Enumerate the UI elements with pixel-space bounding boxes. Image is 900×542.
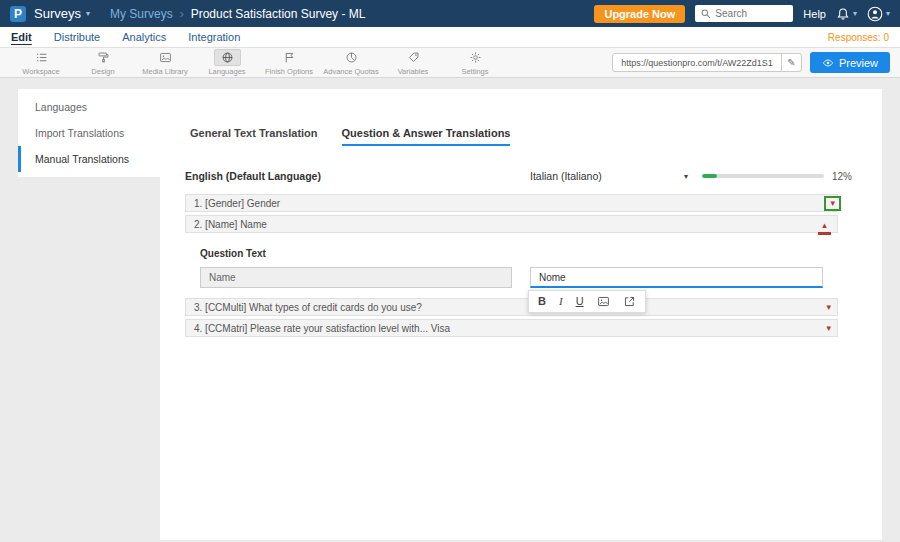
italic-button[interactable]: I bbox=[559, 296, 563, 307]
question-row-ccmulti[interactable]: 3. [CCMulti] What types of credit cards … bbox=[185, 298, 838, 316]
question-title: 3. [CCMulti] What types of credit cards … bbox=[194, 302, 422, 313]
chevron-down-icon: ▾ bbox=[684, 172, 688, 181]
chevron-down-icon: ▾ bbox=[826, 303, 831, 312]
notifications-menu[interactable]: ▾ bbox=[836, 7, 857, 21]
eye-icon bbox=[822, 57, 834, 69]
breadcrumb: My Surveys › Product Satisfaction Survey… bbox=[110, 7, 365, 21]
questionpro-logo[interactable]: P bbox=[10, 6, 26, 22]
settings-icon bbox=[462, 49, 489, 66]
toolbar-item-finish-options[interactable]: Finish Options bbox=[258, 49, 320, 76]
insert-link-button[interactable] bbox=[623, 295, 636, 308]
ribbon-items: Workspace Design Media Library Languages… bbox=[10, 49, 506, 76]
toolbar-item-settings[interactable]: Settings bbox=[444, 49, 506, 76]
media-library-icon bbox=[152, 49, 179, 66]
search-box bbox=[695, 5, 793, 22]
main-nav: Edit Distribute Analytics Integration Re… bbox=[0, 27, 900, 48]
finish-options-icon bbox=[276, 49, 303, 66]
languages-icon bbox=[214, 49, 241, 66]
chevron-up-icon: ▴ bbox=[822, 221, 827, 230]
question-text-label: Question Text bbox=[200, 248, 823, 259]
tab-integration[interactable]: Integration bbox=[188, 31, 240, 43]
survey-url-box: https://questionpro.com/t/AW22Zd1S1 ✎ bbox=[612, 53, 802, 72]
bell-icon bbox=[836, 7, 850, 21]
target-language-select[interactable]: Italian (Italiano) ▾ bbox=[530, 170, 688, 182]
design-icon bbox=[90, 49, 117, 66]
search-icon bbox=[700, 8, 711, 19]
topbar: P Surveys ▾ My Surveys › Product Satisfa… bbox=[0, 0, 900, 27]
question-translation-list: 1. [Gender] Gender ▾ 2. [Name] Name ▴ Qu… bbox=[185, 194, 838, 337]
survey-url[interactable]: https://questionpro.com/t/AW22Zd1S1 bbox=[613, 58, 781, 68]
translation-progress-fill bbox=[702, 174, 717, 178]
source-language-label: English (Default Language) bbox=[185, 170, 530, 182]
tab-edit[interactable]: Edit bbox=[11, 31, 32, 43]
preview-button[interactable]: Preview bbox=[810, 52, 890, 73]
translation-progress-bar bbox=[702, 174, 824, 178]
breadcrumb-survey-title: Product Satisfaction Survey - ML bbox=[191, 7, 366, 21]
target-language-value: Italian (Italiano) bbox=[530, 170, 602, 182]
chevron-down-icon: ▾ bbox=[830, 199, 835, 208]
advance-quotas-icon bbox=[338, 49, 365, 66]
chevron-right-icon: › bbox=[180, 7, 184, 21]
surveys-menu[interactable]: Surveys ▾ bbox=[34, 6, 90, 21]
bold-button[interactable]: B bbox=[538, 296, 546, 307]
translations-sidebar: Languages Import Translations Manual Tra… bbox=[18, 89, 160, 177]
chevron-down-icon: ▾ bbox=[886, 9, 890, 18]
question-row-name[interactable]: 2. [Name] Name ▴ bbox=[185, 215, 838, 233]
manual-translations-panel: General Text Translation Question & Answ… bbox=[160, 89, 882, 540]
sidebar-item-manual-translations[interactable]: Manual Translations bbox=[18, 146, 160, 172]
tab-analytics[interactable]: Analytics bbox=[122, 31, 166, 43]
target-text-input[interactable] bbox=[530, 267, 823, 288]
edit-ribbon: Workspace Design Media Library Languages… bbox=[0, 48, 900, 78]
active-indicator bbox=[818, 232, 831, 235]
tab-distribute[interactable]: Distribute bbox=[54, 31, 100, 43]
sidebar-item-import-translations[interactable]: Import Translations bbox=[18, 120, 160, 146]
workspace-icon bbox=[28, 49, 55, 66]
underline-button[interactable]: U bbox=[576, 296, 584, 307]
pencil-icon: ✎ bbox=[787, 57, 795, 68]
search-input[interactable] bbox=[715, 8, 788, 19]
account-menu[interactable]: ▾ bbox=[867, 6, 890, 22]
translation-tabs: General Text Translation Question & Answ… bbox=[190, 127, 882, 146]
question-row-gender[interactable]: 1. [Gender] Gender ▾ bbox=[185, 194, 838, 212]
chevron-down-icon: ▾ bbox=[853, 9, 857, 18]
expand-question-button[interactable]: ▾ bbox=[824, 196, 841, 211]
avatar bbox=[867, 6, 883, 22]
upgrade-now-button[interactable]: Upgrade Now bbox=[594, 5, 685, 23]
content-area: Languages Import Translations Manual Tra… bbox=[0, 78, 900, 540]
tab-question-answer-translations[interactable]: Question & Answer Translations bbox=[342, 127, 511, 146]
topbar-right: Upgrade Now Help ▾ ▾ bbox=[594, 5, 890, 23]
preview-button-label: Preview bbox=[839, 57, 878, 69]
question-title: 1. [Gender] Gender bbox=[194, 198, 280, 209]
question-title: 4. [CCMatri] Please rate your satisfacti… bbox=[194, 323, 450, 334]
editor-row bbox=[200, 267, 823, 288]
breadcrumb-my-surveys[interactable]: My Surveys bbox=[110, 7, 173, 21]
collapse-question-button[interactable]: ▴ bbox=[818, 221, 831, 235]
toolbar-item-languages[interactable]: Languages bbox=[196, 49, 258, 76]
toolbar-item-variables[interactable]: Variables bbox=[382, 49, 444, 76]
toolbar-item-workspace[interactable]: Workspace bbox=[10, 49, 72, 76]
question-title: 2. [Name] Name bbox=[194, 219, 267, 230]
source-text-input[interactable] bbox=[200, 267, 512, 288]
formatting-toolbar: B I U bbox=[528, 290, 646, 313]
edit-url-button[interactable]: ✎ bbox=[781, 54, 801, 71]
insert-image-button[interactable] bbox=[597, 295, 610, 308]
ribbon-right: https://questionpro.com/t/AW22Zd1S1 ✎ Pr… bbox=[612, 52, 890, 73]
surveys-menu-label: Surveys bbox=[34, 6, 81, 21]
language-selection-row: English (Default Language) Italian (Ital… bbox=[185, 170, 862, 182]
chevron-down-icon: ▾ bbox=[826, 324, 831, 333]
toolbar-item-advance-quotas[interactable]: Advance Quotas bbox=[320, 49, 382, 76]
responses-count[interactable]: Responses: 0 bbox=[828, 32, 889, 43]
translation-editor: Question Text B I U bbox=[185, 236, 838, 298]
toolbar-item-design[interactable]: Design bbox=[72, 49, 134, 76]
translation-progress-label: 12% bbox=[832, 171, 852, 182]
variables-icon bbox=[400, 49, 427, 66]
sidebar-item-languages[interactable]: Languages bbox=[18, 94, 160, 120]
toolbar-item-media-library[interactable]: Media Library bbox=[134, 49, 196, 76]
question-row-ccmatri[interactable]: 4. [CCMatri] Please rate your satisfacti… bbox=[185, 319, 838, 337]
chevron-down-icon: ▾ bbox=[86, 9, 90, 18]
tab-general-text-translation[interactable]: General Text Translation bbox=[190, 127, 318, 146]
help-link[interactable]: Help bbox=[803, 8, 826, 20]
